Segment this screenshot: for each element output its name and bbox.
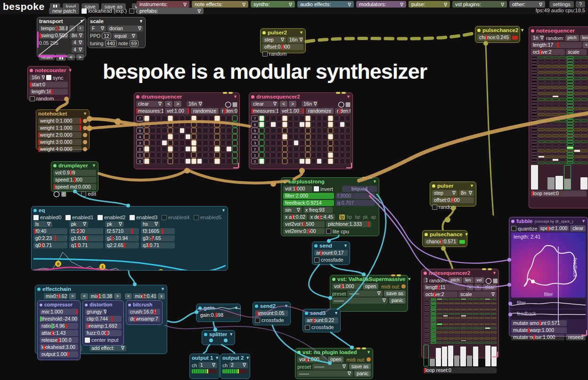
note-cell[interactable] [443,298,449,300]
note-cell[interactable] [467,331,473,333]
note-cell[interactable] [552,83,559,86]
note-cell[interactable] [437,334,442,335]
drum-cell[interactable] [265,116,270,121]
note-cell[interactable] [581,125,588,128]
drum-cell[interactable] [220,134,226,140]
note-cell[interactable] [467,330,473,331]
drum-cell[interactable] [232,134,237,140]
minimize-triangle-icon[interactable]: ▼ [221,207,226,214]
note-cell[interactable] [449,321,454,322]
note-cell[interactable] [559,147,566,149]
note-cell[interactable] [574,110,580,113]
note-cell[interactable] [437,323,442,325]
enabled-dot[interactable] [37,288,41,291]
interval-dropdown[interactable]: 8n∇ [459,190,474,196]
tuning-value[interactable]: 440 [105,40,117,47]
drum-cell[interactable] [305,116,310,121]
fuzz-field[interactable]: fuzz:0.000 [85,330,122,336]
note-cell[interactable] [538,138,545,140]
note-cell[interactable] [552,116,559,119]
drum-cell[interactable] [270,128,276,133]
note-cell[interactable] [574,162,580,164]
amount-field[interactable]: amount:0.22 [305,317,338,323]
note-cell[interactable] [467,311,473,312]
note-cell[interactable] [455,330,460,331]
drum-cell[interactable] [162,128,167,133]
note-cell[interactable] [559,92,566,95]
note-cell[interactable] [485,311,490,312]
mix0-field[interactable]: mix0:0.62 [44,293,68,299]
note-cell[interactable] [485,340,490,341]
note-cell[interactable] [552,156,559,158]
note-cell[interactable] [455,315,460,316]
module-notesequencer[interactable]: notesequencer 1n∇ random: pitch len v le… [529,26,588,208]
note-cell[interactable] [437,327,442,329]
drum-cell[interactable] [209,152,214,158]
shift-right-button[interactable]: > [289,101,296,107]
drum-cell[interactable] [288,140,293,146]
note-cell[interactable] [479,319,485,321]
note-cell[interactable] [567,162,573,164]
note-cell[interactable] [574,74,580,76]
note-cell[interactable] [567,104,573,107]
note-cell[interactable] [467,313,473,314]
drum-cell[interactable] [168,140,173,146]
drum-cell[interactable] [209,140,214,146]
drum-cell[interactable] [317,158,322,164]
minimize-triangle-icon[interactable]: ▼ [343,243,348,249]
drum-cell[interactable] [162,134,167,140]
note-cell[interactable] [559,74,566,76]
note-cell[interactable] [545,86,552,89]
drum-cell[interactable] [232,140,237,146]
drum-cell[interactable] [340,122,345,127]
note-cell[interactable] [581,101,588,104]
note-cell[interactable] [567,95,573,98]
note-cell[interactable] [491,307,497,308]
drum-cell[interactable] [144,152,149,158]
drum-cell[interactable] [173,146,179,152]
g0-field[interactable]: g0:2.23 [33,235,67,241]
note-cell[interactable] [574,59,580,61]
note-cell[interactable] [552,158,559,161]
cable-endpoint[interactable] [270,181,276,187]
drum-cell[interactable] [232,146,237,152]
loop-reset-field[interactable]: loop reset:0 [424,367,497,373]
menu-vst-plugins[interactable]: vst plugins:∇ [452,1,507,8]
enabled3-checkbox[interactable]: enabled3 [130,215,162,220]
note-cell[interactable] [449,313,454,314]
drum-cell[interactable] [328,140,333,146]
drum-cell[interactable] [220,116,226,121]
note-cell[interactable] [455,327,460,329]
interval-dropdown[interactable]: 16n∇ [187,101,203,107]
enabled-dot[interactable] [305,312,308,315]
note-cell[interactable] [473,309,479,310]
mutate-warp-field[interactable]: mutate warp:1.000 [511,327,567,333]
note-cell[interactable] [491,311,497,312]
clear-dropdown[interactable]: clear∇ [251,101,278,107]
speed-mod-field[interactable]: speed md:0.000 [53,184,96,190]
feedback-slider[interactable]: feedback:0.9214 [283,200,334,206]
drum-cell[interactable] [277,158,282,164]
note-cell[interactable] [581,98,588,100]
drum-cell[interactable] [282,128,287,133]
note-cell[interactable] [467,300,473,302]
note-cell[interactable] [491,325,497,327]
module-notesequencer2[interactable]: notesequencer2▼ 1n∇ random: pitch len ve… [421,269,499,358]
drum-cell[interactable] [203,158,208,164]
random-pitch-button[interactable]: pitch [449,277,462,283]
drum-cell[interactable] [270,116,276,121]
note-cell[interactable] [559,123,566,125]
minimize-triangle-icon[interactable]: ▼ [284,303,288,309]
note-cell[interactable] [443,309,449,310]
note-cell[interactable] [559,156,566,158]
note-cell[interactable] [545,65,552,67]
drum-cell[interactable] [156,158,161,164]
drum-cell[interactable] [185,146,190,152]
note-cell[interactable] [574,80,580,83]
drum-cell[interactable] [203,152,208,158]
module-pulsechance2[interactable]: pulsechance2▼ chance:0.245 [475,26,520,43]
note-cell[interactable] [545,56,552,58]
note-cell[interactable] [574,138,580,140]
drum-cell[interactable] [191,122,196,127]
minimize-triangle-icon[interactable]: ▼ [233,94,237,100]
